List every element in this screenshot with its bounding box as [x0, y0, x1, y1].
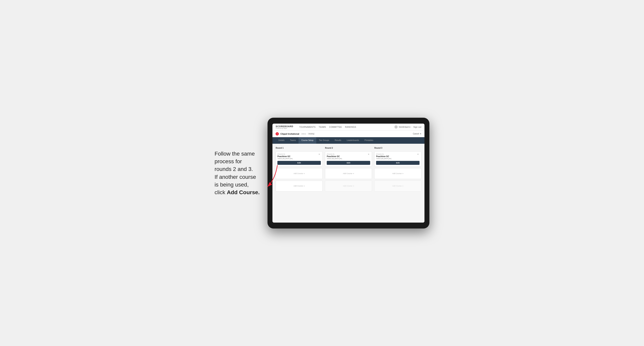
course-card-info-r3: (Course A) Peachtree GC Yellow (M) (6629… [376, 153, 417, 161]
round-2-title: Round 2 [325, 147, 372, 149]
tab-details[interactable]: Details [276, 137, 287, 144]
user-email: blair@clippd.io [399, 126, 410, 128]
tabs-bar: Details Teams Course Setup Tee Groups Re… [272, 137, 424, 144]
cancel-x-icon: ✕ [420, 133, 421, 135]
round-2-course-card: (Course A) Peachtree GC Yellow (M) (6629… [325, 152, 372, 167]
instruction-line2: process for [214, 158, 242, 165]
round-3-course-card: (Course A) Peachtree GC Yellow (M) (6629… [374, 152, 421, 167]
round-1-course-card: (Course A) Peachtree GC Yellow (M) (6629… [276, 152, 322, 167]
course-a-label-r3: (Course A) [376, 153, 417, 155]
add-course-card-r2-1[interactable]: Add Course + [325, 168, 372, 179]
course-detail-r1: Yellow (M) (6629 yds) [278, 158, 318, 160]
course-a-label-r2: (Course A) [327, 153, 368, 155]
add-course-text-r3-1: Add Course + [392, 172, 404, 175]
page-wrapper: Follow the same process for rounds 2 and… [4, 118, 640, 228]
delete-course-icon-r1[interactable]: ✕ [318, 153, 321, 156]
delete-course-icon-r2[interactable]: ✕ [368, 153, 370, 156]
edit-button-r1[interactable]: Edit [278, 161, 321, 165]
instruction-line6: click [214, 189, 227, 195]
nav-link-tournaments[interactable]: TOURNAMENTS [299, 126, 316, 128]
add-course-text-r1-1: Add Course + [294, 172, 305, 175]
instruction-line5: is being used, [214, 181, 249, 188]
add-course-text-r1-2: Add Course + [294, 185, 305, 187]
tab-printables[interactable]: Printables [362, 137, 376, 144]
add-course-card-r3-2: Add Course + [374, 180, 421, 191]
delete-course-icon-r3[interactable]: ✕ [417, 153, 420, 156]
plus-icon-r1-2: + [304, 185, 305, 187]
add-course-card-r2-2: Add Course + [325, 180, 372, 191]
sub-header-left: C Clippd Invitational (Men) Hosting [276, 132, 413, 136]
tablet-screen: SCOREBOARD Powered by clippd TOURNAMENTS… [272, 124, 424, 223]
add-course-card-r1-1[interactable]: Add Course + [276, 168, 322, 179]
edit-button-r3[interactable]: Edit [376, 161, 420, 165]
clippd-logo: C [276, 132, 279, 136]
content-area: Round 1 (Course A) Peachtree GC Yellow (… [272, 144, 424, 223]
instruction-line1: Follow the same [214, 151, 255, 157]
add-course-text-r3-2: Add Course + [392, 185, 404, 187]
tab-tee-groups[interactable]: Tee Groups [316, 137, 332, 144]
plus-icon-r1-1: + [304, 172, 305, 175]
nav-link-committee[interactable]: COMMITTEE [329, 126, 342, 128]
course-card-info-r2: (Course A) Peachtree GC Yellow (M) (6629… [327, 153, 368, 161]
plus-icon-r3-2: + [402, 185, 403, 187]
course-name-r3: Peachtree GC [376, 155, 417, 158]
tablet-frame: SCOREBOARD Powered by clippd TOURNAMENTS… [268, 118, 430, 228]
nav-link-teams[interactable]: TEAMS [319, 126, 326, 128]
instruction-line4: If another course [214, 174, 256, 180]
nav-separator: | [412, 126, 412, 128]
round-3-column: Round 3 (Course A) Peachtree GC Yellow (… [374, 147, 421, 191]
course-card-info: (Course A) Peachtree GC Yellow (M) (6629… [278, 153, 318, 161]
course-card-header-r3: (Course A) Peachtree GC Yellow (M) (6629… [376, 153, 420, 161]
logo-powered: Powered by clippd [276, 128, 293, 129]
add-course-text-r2-1: Add Course + [343, 172, 354, 175]
round-2-column: Round 2 (Course A) Peachtree GC Yellow (… [325, 147, 372, 191]
cancel-button[interactable]: Cancel ✕ [413, 133, 421, 135]
hosting-badge: Hosting [308, 133, 315, 135]
tab-teams[interactable]: Teams [287, 137, 298, 144]
add-course-card-r1-2[interactable]: Add Course + [276, 180, 322, 191]
round-3-title: Round 3 [374, 147, 421, 149]
logo-scoreboard: SCOREBOARD [276, 125, 293, 128]
gender-tag: (Men) [302, 133, 306, 135]
course-name-r1: Peachtree GC [278, 155, 318, 158]
plus-icon-r3-1: + [402, 172, 403, 175]
tab-course-setup[interactable]: Course Setup [298, 137, 316, 144]
nav-link-rankings[interactable]: RANKINGS [345, 126, 356, 128]
sign-out-link[interactable]: Sign out [414, 126, 422, 128]
course-detail-r3: Yellow (M) (6629 yds) [376, 158, 417, 160]
add-course-card-r3-1[interactable]: Add Course + [374, 168, 421, 179]
sub-header: C Clippd Invitational (Men) Hosting Canc… [272, 131, 424, 137]
course-detail-r2: Yellow (M) (6629 yds) [327, 158, 368, 160]
course-a-label-r1: (Course A) [278, 153, 318, 155]
plus-icon-r2-1: + [353, 172, 354, 175]
nav-right: blair@clippd.io | Sign out [394, 125, 421, 129]
course-card-header-r2: (Course A) Peachtree GC Yellow (M) (6629… [327, 153, 370, 161]
tournament-name: Clippd Invitational [280, 133, 299, 135]
add-course-text-r2-2: Add Course + [343, 185, 354, 187]
course-card-header: (Course A) Peachtree GC Yellow (M) (6629… [278, 153, 321, 161]
rounds-grid: Round 1 (Course A) Peachtree GC Yellow (… [276, 147, 421, 191]
course-name-r2: Peachtree GC [327, 155, 368, 158]
logo-area: SCOREBOARD Powered by clippd [276, 125, 293, 129]
instruction-line3: rounds 2 and 3. [214, 166, 253, 172]
tab-leaderboards[interactable]: Leaderboards [344, 137, 362, 144]
instruction-bold: Add Course. [227, 189, 260, 195]
nav-links: TOURNAMENTS TEAMS COMMITTEE RANKINGS [299, 126, 390, 128]
round-1-title: Round 1 [276, 147, 322, 149]
tab-results[interactable]: Results [332, 137, 344, 144]
round-1-column: Round 1 (Course A) Peachtree GC Yellow (… [276, 147, 322, 191]
user-avatar [394, 125, 398, 129]
top-nav: SCOREBOARD Powered by clippd TOURNAMENTS… [272, 124, 424, 131]
edit-button-r2[interactable]: Edit [327, 161, 370, 165]
instruction-text: Follow the same process for rounds 2 and… [214, 150, 260, 196]
plus-icon-r2-2: + [353, 185, 354, 187]
